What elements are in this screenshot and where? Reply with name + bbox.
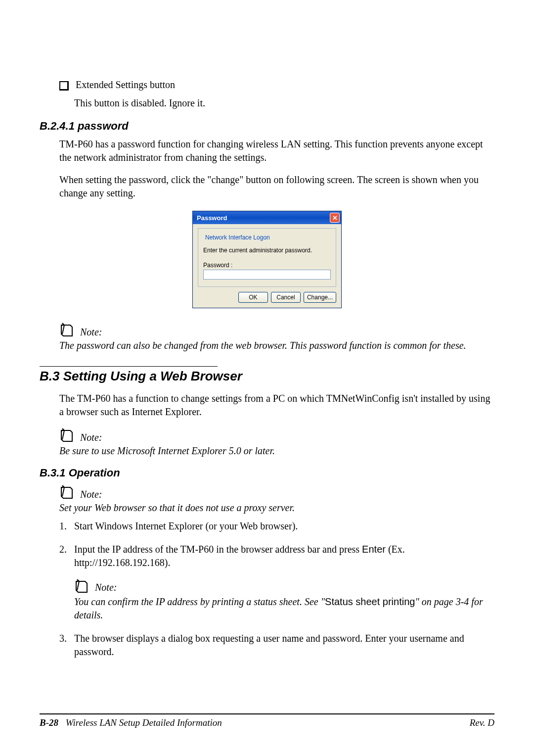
footer-revision: Rev. D xyxy=(470,717,494,728)
heading-b31: B.3.1 Operation xyxy=(40,467,494,479)
note-label: Note: xyxy=(80,432,102,443)
bullet-title: Extended Settings button xyxy=(76,79,175,91)
page-number: B-28 xyxy=(40,717,58,728)
note-label: Note: xyxy=(80,489,102,500)
step-2: Input the IP address of the TM-P60 in th… xyxy=(59,543,494,622)
note-icon xyxy=(59,484,75,500)
note-label: Note: xyxy=(95,581,117,594)
note-text: Be sure to use Microsoft Internet Explor… xyxy=(59,444,494,458)
footer-divider xyxy=(40,713,494,714)
note-icon xyxy=(59,427,75,443)
step-text: Input the IP address of the TM-P60 in th… xyxy=(74,544,362,555)
page-footer: B-28 Wireless LAN Setup Detailed Informa… xyxy=(40,709,494,728)
dialog-prompt: Enter the current administrator password… xyxy=(203,247,331,254)
note-block: Note: Set your Web browser so that it do… xyxy=(59,484,494,515)
paragraph: When setting the password, click the "ch… xyxy=(59,173,494,200)
footer-left: B-28 Wireless LAN Setup Detailed Informa… xyxy=(40,717,222,728)
footer-title: Wireless LAN Setup Detailed Information xyxy=(66,717,222,728)
step-1: Start Windows Internet Explorer (or your… xyxy=(59,520,494,533)
note-block: Note: You can confirm the IP address by … xyxy=(74,578,494,622)
heading-b241: B.2.4.1 password xyxy=(40,120,494,133)
cross-ref-link: Status sheet printing xyxy=(325,596,415,607)
paragraph: The TM-P60 has a function to change sett… xyxy=(59,392,494,419)
note-icon xyxy=(74,578,90,594)
password-input[interactable] xyxy=(203,270,331,280)
section-divider xyxy=(40,366,218,367)
password-dialog: Password ✕ Network Interface Logon Enter… xyxy=(192,211,342,308)
password-label: Password : xyxy=(203,262,331,269)
heading-b3: B.3 Setting Using a Web Browser xyxy=(40,369,494,384)
close-button[interactable]: ✕ xyxy=(330,213,340,223)
note-text: The password can also be changed from th… xyxy=(59,339,494,352)
step-text: Start Windows Internet Explorer (or your… xyxy=(74,520,298,531)
ordered-steps: Start Windows Internet Explorer (or your… xyxy=(59,520,494,659)
bullet-description: This button is disabled. Ignore it. xyxy=(74,97,494,109)
ok-button[interactable]: OK xyxy=(238,292,268,303)
change-button[interactable]: Change... xyxy=(304,292,336,303)
dialog-titlebar: Password ✕ xyxy=(193,211,341,224)
close-icon: ✕ xyxy=(332,215,338,221)
note-block: Note: Be sure to use Microsoft Internet … xyxy=(59,427,494,458)
step-3: The browser displays a dialog box reques… xyxy=(59,632,494,659)
note-text: Set your Web browser so that it does not… xyxy=(59,501,494,515)
fieldset-network-logon: Network Interface Logon Enter the curren… xyxy=(198,228,336,287)
note-label: Note: xyxy=(80,327,102,338)
note-icon xyxy=(59,322,75,338)
paragraph: TM-P60 has a password function for chang… xyxy=(59,138,494,164)
step-text: The browser displays a dialog box reques… xyxy=(74,633,464,657)
fieldset-legend: Network Interface Logon xyxy=(203,234,272,241)
note-block: Note: The password can also be changed f… xyxy=(59,322,494,352)
bullet-item: Extended Settings button xyxy=(59,79,494,91)
dialog-title: Password xyxy=(197,214,227,222)
cancel-button[interactable]: Cancel xyxy=(271,292,301,303)
bullet-icon xyxy=(59,81,69,91)
note-text: You can confirm the IP address by printi… xyxy=(74,595,494,622)
enter-key-text: Enter xyxy=(362,544,386,555)
